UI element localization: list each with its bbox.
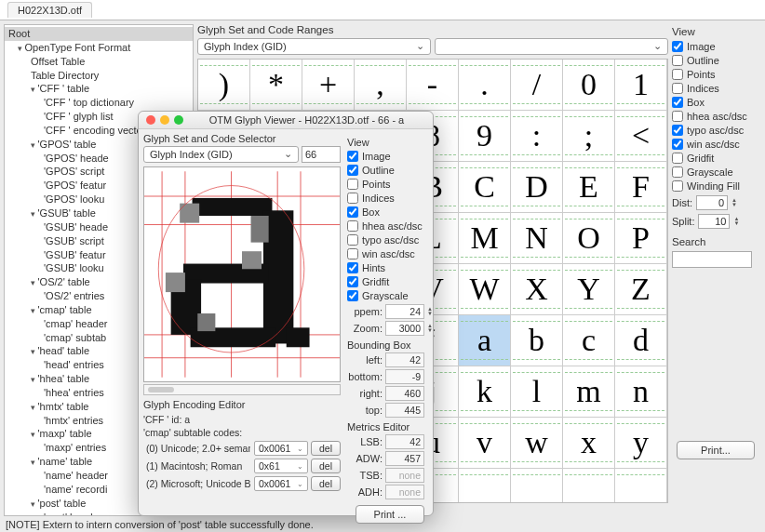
split-input[interactable] (698, 214, 730, 229)
view-check[interactable]: Points (672, 69, 759, 80)
tree-node[interactable]: 'CFF ' table (5, 82, 193, 96)
glyph-cell[interactable]: C (459, 162, 511, 213)
dist-input[interactable] (696, 195, 728, 210)
glyph-cell[interactable]: ; (563, 111, 615, 162)
glyph-cell[interactable]: Y (563, 264, 615, 315)
glyph-cell[interactable] (563, 469, 615, 503)
modal-view-checkbox[interactable] (347, 262, 358, 273)
view-checkbox[interactable] (672, 139, 683, 150)
glyph-cell[interactable]: Z (615, 264, 667, 315)
glyph-cell[interactable] (459, 469, 511, 503)
view-check[interactable]: Outline (672, 55, 759, 66)
modal-view-checkbox[interactable] (347, 193, 358, 204)
glyph-cell[interactable]: M (459, 213, 511, 264)
dist-spinner[interactable]: ▲▼ (731, 198, 737, 207)
file-tab[interactable]: H022X13D.otf (7, 2, 92, 18)
modal-print-button[interactable]: Print ... (356, 505, 424, 524)
glyph-cell[interactable]: N (511, 213, 563, 264)
glyph-cell[interactable]: b (511, 315, 563, 366)
view-check[interactable]: Indices (672, 83, 759, 94)
glyph-cell[interactable]: ) (198, 60, 250, 111)
view-check[interactable]: Box (672, 97, 759, 108)
glyph-cell[interactable] (511, 469, 563, 503)
modal-view-checkbox[interactable] (347, 165, 358, 176)
glyph-cell[interactable]: l (511, 366, 563, 418)
glyph-cell[interactable]: O (563, 213, 615, 264)
view-checkbox[interactable] (672, 41, 683, 52)
cmap-del-button[interactable]: del (311, 476, 341, 491)
view-checkbox[interactable] (672, 97, 683, 108)
tree-node[interactable]: Root (5, 27, 193, 41)
modal-glyphset-select[interactable]: Glyph Index (GID) (143, 146, 299, 163)
glyph-cell[interactable]: + (302, 60, 355, 111)
view-checkbox[interactable] (672, 55, 683, 66)
glyph-cell[interactable]: n (615, 366, 667, 418)
glyph-cell[interactable]: k (459, 366, 511, 418)
zoom-icon[interactable] (174, 115, 183, 125)
cmap-code-select[interactable]: 0x61 (254, 459, 308, 473)
cmap-code-select[interactable]: 0x0061 (254, 476, 308, 491)
view-checkbox[interactable] (672, 180, 683, 192)
modal-view-checkbox[interactable] (347, 276, 358, 287)
view-check[interactable]: win asc/dsc (672, 139, 759, 150)
modal-titlebar[interactable]: OTM Glyph Viewer - H022X13D.otf - 66 - a (139, 112, 433, 129)
modal-view-check[interactable]: typo asc/dsc (347, 234, 433, 246)
view-check[interactable]: Gridfit (672, 153, 759, 164)
split-spinner[interactable]: ▲▼ (733, 217, 739, 226)
modal-view-checkbox[interactable] (347, 179, 358, 190)
lsb-input[interactable] (385, 434, 424, 449)
modal-view-check[interactable]: Hints (347, 262, 433, 273)
zoom-spinner[interactable]: ▲▼ (427, 324, 433, 333)
glyph-cell[interactable]: < (615, 111, 667, 162)
adw-input[interactable] (385, 451, 424, 466)
glyph-cell[interactable]: 0 (563, 60, 615, 111)
view-checkbox[interactable] (672, 166, 683, 178)
modal-view-check[interactable]: Indices (347, 193, 433, 204)
glyph-cell[interactable]: v (459, 418, 511, 469)
glyph-cell[interactable]: : (511, 111, 563, 162)
modal-view-check[interactable]: Points (347, 179, 433, 190)
view-checkbox[interactable] (672, 125, 683, 136)
glyph-cell[interactable]: d (615, 315, 667, 366)
glyph-cell[interactable]: w (511, 418, 563, 469)
modal-view-check[interactable]: Gridfit (347, 276, 433, 287)
glyph-cell[interactable]: W (459, 264, 511, 315)
glyph-cell[interactable]: - (407, 60, 459, 111)
tree-node[interactable]: Table Directory (5, 69, 193, 83)
view-check[interactable]: Image (672, 41, 759, 52)
glyph-cell[interactable]: 9 (459, 111, 511, 162)
modal-view-check[interactable]: hhea asc/dsc (347, 220, 433, 232)
view-checkbox[interactable] (672, 69, 683, 80)
modal-view-checkbox[interactable] (347, 248, 358, 259)
ppem-spinner[interactable]: ▲▼ (427, 307, 433, 316)
view-checkbox[interactable] (672, 153, 683, 164)
glyph-cell[interactable]: m (563, 366, 615, 418)
tree-node[interactable]: 'CFF ' top dictionary (5, 96, 193, 110)
glyph-cell[interactable] (615, 469, 667, 503)
glyph-cell[interactable]: / (511, 60, 563, 111)
cmap-del-button[interactable]: del (311, 441, 341, 456)
tree-node[interactable]: OpenType Font Format (5, 41, 193, 55)
zoom-input[interactable] (385, 321, 424, 336)
glyph-cell[interactable]: X (511, 264, 563, 315)
modal-view-checkbox[interactable] (347, 206, 358, 218)
gid-input[interactable] (302, 146, 341, 163)
modal-view-checkbox[interactable] (347, 151, 358, 162)
glyph-cell[interactable]: y (615, 418, 667, 469)
modal-view-checkbox[interactable] (347, 234, 358, 246)
view-check[interactable]: hhea asc/dsc (672, 111, 759, 122)
glyph-cell[interactable]: , (355, 60, 407, 111)
glyph-preview[interactable] (143, 166, 341, 382)
glyph-cell[interactable]: E (563, 162, 615, 213)
view-check[interactable]: Grayscale (672, 166, 759, 178)
tree-node[interactable]: Offset Table (5, 55, 193, 69)
modal-view-check[interactable]: Grayscale (347, 290, 433, 301)
ppem-input[interactable] (385, 304, 424, 319)
print-button[interactable]: Print... (677, 441, 756, 459)
view-check[interactable]: Winding Fill (672, 180, 759, 192)
modal-view-checkbox[interactable] (347, 290, 358, 301)
glyph-cell[interactable]: c (563, 315, 615, 366)
view-checkbox[interactable] (672, 111, 683, 122)
cmap-code-select[interactable]: 0x0061 (254, 441, 308, 456)
glyph-cell[interactable]: * (250, 60, 302, 111)
